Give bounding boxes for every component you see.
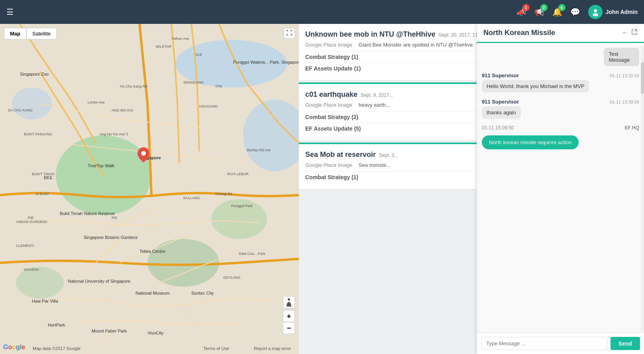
header-right: 📣 1 📢 2 🔔 6 💬 John Admin bbox=[516, 5, 638, 19]
event-3-type: Google Place Image bbox=[305, 162, 352, 168]
msg-4-action-bubble: North korean missile requires action bbox=[482, 135, 579, 149]
svg-text:Punggol Park: Punggol Park bbox=[231, 204, 253, 208]
chat-message-4: 01-11 15:09:50 EF HQ North korean missil… bbox=[482, 125, 639, 149]
street-view-btn[interactable] bbox=[283, 296, 295, 308]
svg-point-51 bbox=[141, 151, 146, 156]
chat-minimize-btn[interactable]: − bbox=[622, 29, 626, 37]
hamburger-menu[interactable]: ☰ bbox=[6, 7, 14, 17]
zoom-in-btn[interactable]: + bbox=[283, 310, 295, 322]
svg-text:TreeTop Walk: TreeTop Walk bbox=[88, 163, 115, 168]
svg-text:ANDAN GARDENS: ANDAN GARDENS bbox=[16, 220, 47, 224]
events-panel: Unknown bee mob in NTU @TheHhive Sept. 2… bbox=[299, 24, 644, 354]
svg-text:SELETAR: SELETAR bbox=[155, 45, 172, 49]
svg-point-1 bbox=[593, 13, 598, 16]
map-terms[interactable]: Terms of Use bbox=[203, 346, 229, 351]
svg-text:KALLANG: KALLANG bbox=[183, 196, 200, 200]
megaphone-icon-btn[interactable]: 📢 2 bbox=[534, 7, 544, 17]
svg-text:Haw Par Villa: Haw Par Villa bbox=[32, 299, 59, 303]
svg-text:Mount Faber Park: Mount Faber Park bbox=[92, 329, 127, 333]
svg-text:Yio Chu Kang Rd: Yio Chu Kang Rd bbox=[120, 84, 147, 88]
event-3-date: Sept. 3... bbox=[379, 153, 398, 158]
msg-3-bubble: thanks again bbox=[482, 106, 521, 119]
map-zoom-controls: + − bbox=[283, 310, 295, 334]
msg-2-time: 01-11 13:32:43 bbox=[610, 73, 639, 78]
svg-text:CLEMENTI: CLEMENTI bbox=[16, 244, 34, 248]
bullhorn-icon-btn[interactable]: 📣 1 bbox=[516, 7, 526, 17]
svg-text:VivoCity: VivoCity bbox=[147, 331, 164, 335]
event-1-title: Unknown bee mob in NTU @TheHhive bbox=[305, 30, 436, 39]
map-view-controls: Map Satellite bbox=[4, 28, 57, 39]
map-report[interactable]: Report a map error bbox=[254, 346, 291, 351]
event-3-title: Sea Mob at reservoir bbox=[305, 151, 376, 159]
chat-message-1: Test Message bbox=[482, 48, 639, 66]
svg-text:GEYLANG: GEYLANG bbox=[223, 276, 241, 280]
bell-icon-btn[interactable]: 🔔 6 bbox=[552, 7, 562, 17]
map-section: Singapore Zoo DA CHU KANG BUKIT PANJANG … bbox=[0, 24, 299, 354]
fullscreen-btn[interactable] bbox=[284, 28, 295, 39]
svg-text:BUKIT PANJANG: BUKIT PANJANG bbox=[24, 132, 52, 136]
svg-text:Changi Rd: Changi Rd bbox=[215, 192, 232, 196]
chat-icon: 💬 bbox=[570, 8, 580, 16]
map-credit: Map data ©2017 Google bbox=[33, 346, 80, 351]
svg-point-0 bbox=[594, 9, 597, 12]
svg-text:ANG MO KIO: ANG MO KIO bbox=[112, 108, 134, 112]
app-header: ☰ 📣 1 📢 2 🔔 6 💬 Jo bbox=[0, 0, 644, 24]
svg-text:SENGKANG: SENGKANG bbox=[183, 80, 204, 84]
event-2-type: Google Place Image bbox=[305, 102, 352, 108]
chat-message-2: 911 Supervisor 01-11 13:32:43 Hello Worl… bbox=[482, 72, 639, 92]
chat-scrollbar-thumb bbox=[641, 62, 644, 94]
svg-text:Singapore Botanic Gardens: Singapore Botanic Gardens bbox=[84, 235, 138, 240]
svg-text:Lentor Ave: Lentor Ave bbox=[88, 100, 105, 104]
header-left: ☰ bbox=[6, 7, 14, 17]
bullhorn-badge: 1 bbox=[522, 4, 530, 11]
map-view-btn[interactable]: Map bbox=[4, 28, 26, 39]
svg-text:East Coa... Park: East Coa... Park bbox=[239, 252, 265, 256]
svg-text:National University of Singapo: National University of Singapore bbox=[68, 279, 130, 284]
bell-badge: 6 bbox=[558, 4, 565, 11]
svg-text:HOUGANG: HOUGANG bbox=[199, 104, 218, 108]
chat-header-actions: − bbox=[622, 29, 638, 37]
avatar bbox=[588, 5, 603, 19]
msg-bubble-test: Test Message bbox=[604, 48, 639, 66]
chat-send-btn[interactable]: Send bbox=[611, 337, 640, 350]
chat-header: North Korean Missile − bbox=[477, 24, 644, 43]
event-1-type: Google Place Image bbox=[305, 42, 352, 48]
event-2-title: c01 earthquake bbox=[305, 90, 357, 99]
msg-4-time: 01-11 15:09:50 bbox=[482, 125, 514, 131]
svg-text:Yishun Ave: Yishun Ave bbox=[171, 37, 189, 41]
satellite-view-btn[interactable]: Satellite bbox=[26, 28, 57, 39]
svg-text:HortPark: HortPark bbox=[48, 323, 65, 327]
msg-2-sender: 911 Supervisor bbox=[482, 72, 519, 78]
svg-text:Tekka Centre: Tekka Centre bbox=[139, 249, 165, 254]
zoom-out-btn[interactable]: − bbox=[283, 322, 295, 334]
chat-scrollbar[interactable] bbox=[641, 46, 644, 332]
chat-message-input[interactable] bbox=[481, 337, 607, 350]
main-content: Singapore Zoo DA CHU KANG BUKIT PANJANG … bbox=[0, 24, 644, 354]
msg-3-sender: 911 Supervisor bbox=[482, 99, 519, 105]
svg-text:NOVENA: NOVENA bbox=[24, 268, 39, 272]
svg-point-8 bbox=[16, 267, 64, 299]
chat-message-3: 911 Supervisor 01-11 13:39:56 thanks aga… bbox=[482, 99, 639, 119]
chat-title: North Korean Missile bbox=[483, 29, 555, 37]
svg-point-52 bbox=[288, 298, 290, 301]
chat-input-area: Send bbox=[477, 332, 644, 354]
chat-popout-btn[interactable] bbox=[631, 29, 638, 37]
msg-3-time: 01-11 13:39:56 bbox=[610, 100, 639, 104]
chat-icon-btn[interactable]: 💬 bbox=[570, 7, 580, 17]
svg-text:PAYA LEBAR: PAYA LEBAR bbox=[227, 172, 249, 176]
chat-panel: North Korean Missile − Test Mes bbox=[477, 24, 644, 354]
svg-text:Ang Mo Kio Ave 5: Ang Mo Kio Ave 5 bbox=[100, 132, 128, 136]
svg-text:SLE: SLE bbox=[195, 53, 202, 57]
user-profile[interactable]: John Admin bbox=[588, 5, 638, 19]
svg-text:G EAST: G EAST bbox=[36, 192, 49, 196]
megaphone-badge: 2 bbox=[540, 4, 548, 11]
map-container[interactable]: Singapore Zoo DA CHU KANG BUKIT PANJANG … bbox=[0, 24, 299, 354]
map-pin bbox=[137, 147, 149, 166]
svg-text:Suntec City: Suntec City bbox=[191, 291, 214, 295]
svg-text:Bukit Timah Nature Reserve: Bukit Timah Nature Reserve bbox=[60, 211, 115, 216]
svg-text:Singapore Zoo: Singapore Zoo bbox=[20, 72, 49, 76]
svg-point-5 bbox=[12, 88, 52, 119]
svg-text:National Museum: National Museum bbox=[135, 291, 170, 295]
svg-text:TPE: TPE bbox=[215, 84, 222, 88]
chat-messages[interactable]: Test Message 911 Supervisor 01-11 13:32:… bbox=[477, 43, 644, 332]
